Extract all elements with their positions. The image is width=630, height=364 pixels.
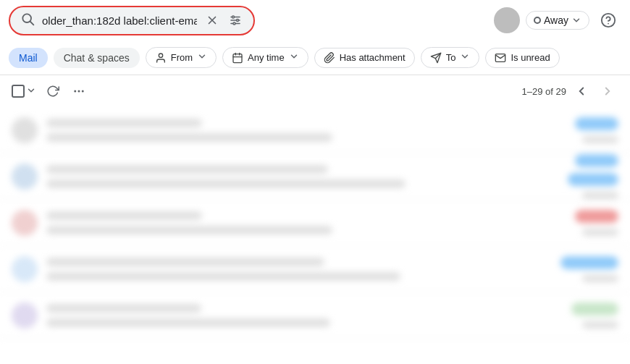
mail-icon — [495, 52, 506, 64]
prev-page-button[interactable] — [571, 82, 592, 101]
filter-chip-is-unread[interactable]: Is unread — [485, 48, 559, 68]
svg-point-19 — [74, 90, 76, 93]
send-icon — [430, 52, 442, 64]
tab-chat-spaces[interactable]: Chat & spaces — [54, 48, 140, 68]
chevron-down-icon-select[interactable] — [26, 85, 36, 98]
search-input[interactable] — [42, 14, 197, 27]
chevron-down-icon-anytime — [289, 51, 299, 64]
filter-chip-any-time[interactable]: Any time — [222, 47, 308, 68]
filter-any-time-label: Any time — [248, 52, 285, 63]
email-list — [0, 107, 630, 339]
filter-chip-to[interactable]: To — [421, 47, 480, 68]
select-all-checkbox[interactable] — [12, 85, 36, 98]
more-options-button[interactable] — [70, 82, 88, 101]
chevron-down-icon — [197, 51, 207, 64]
toolbar-bar: 1–29 of 29 — [0, 75, 630, 107]
email-row — [0, 153, 630, 200]
tab-mail[interactable]: Mail — [9, 48, 48, 68]
svg-point-21 — [82, 90, 84, 93]
search-options-button[interactable] — [227, 12, 243, 28]
svg-line-1 — [30, 21, 34, 25]
status-button[interactable]: Away — [526, 11, 589, 30]
tab-mail-label: Mail — [19, 52, 38, 64]
email-row — [0, 246, 630, 292]
tab-chat-spaces-label: Chat & spaces — [64, 52, 130, 64]
svg-point-9 — [233, 22, 235, 25]
filter-has-attachment-label: Has attachment — [340, 52, 406, 63]
svg-point-20 — [78, 90, 80, 93]
next-page-button[interactable] — [597, 82, 618, 101]
email-row — [0, 107, 630, 153]
svg-point-12 — [159, 54, 162, 57]
toolbar-right: 1–29 of 29 — [522, 82, 618, 101]
person-icon — [155, 52, 167, 64]
search-clear-button[interactable] — [204, 12, 220, 28]
toolbar-left — [12, 82, 88, 101]
page-info: 1–29 of 29 — [522, 86, 566, 97]
filter-from-label: From — [171, 52, 193, 63]
refresh-button[interactable] — [43, 82, 62, 101]
checkbox-box — [12, 85, 25, 98]
attachment-icon — [324, 52, 335, 64]
search-box — [9, 6, 255, 35]
status-label: Away — [544, 14, 568, 26]
filter-to-label: To — [446, 52, 456, 63]
email-row — [0, 292, 630, 339]
chevron-down-icon-to — [460, 51, 470, 64]
avatar[interactable] — [494, 7, 520, 33]
help-button[interactable] — [595, 7, 621, 33]
svg-rect-13 — [233, 54, 242, 62]
filter-bar: Mail Chat & spaces From Any — [0, 41, 630, 75]
search-icon — [20, 12, 35, 30]
svg-point-8 — [237, 20, 239, 22]
filter-chip-from[interactable]: From — [146, 47, 217, 68]
status-dot — [534, 17, 541, 24]
filter-chip-has-attachment[interactable]: Has attachment — [314, 48, 415, 68]
email-row — [0, 200, 630, 246]
calendar-icon — [232, 52, 243, 64]
filter-is-unread-label: Is unread — [511, 52, 550, 63]
svg-point-7 — [232, 16, 235, 18]
avatar-area: Away — [494, 7, 621, 33]
top-bar: Away — [0, 0, 630, 41]
